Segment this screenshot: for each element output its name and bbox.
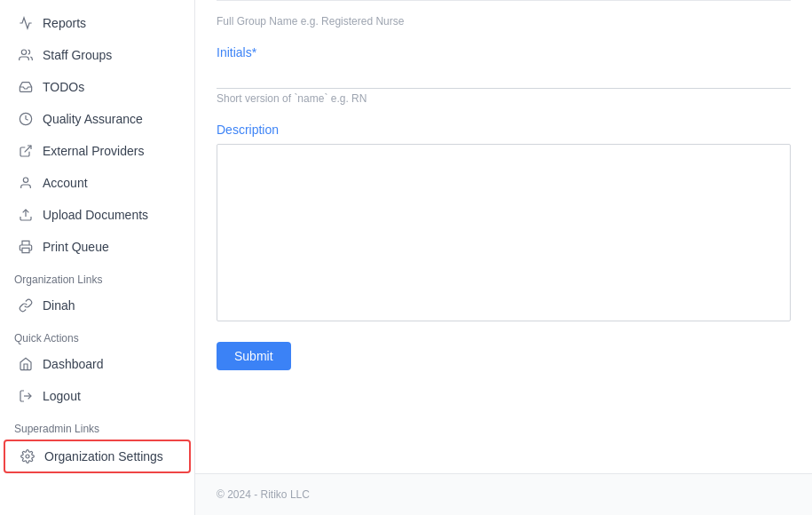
sidebar-item-staff-groups[interactable]: Staff Groups [4,40,191,70]
link2-icon [18,297,34,313]
svg-point-3 [23,178,28,182]
form-area: Full Group Name e.g. Registered Nurse In… [195,0,812,473]
initials-label: Initials* [217,45,791,59]
description-group: Description [217,123,791,324]
svg-rect-5 [22,248,29,252]
sidebar-item-account-label: Account [43,176,88,190]
person-icon [18,175,34,191]
sidebar-item-account[interactable]: Account [4,168,191,198]
sidebar-item-reports[interactable]: Reports [4,8,191,38]
inbox-icon [18,79,34,95]
sidebar-item-external-providers[interactable]: External Providers [4,136,191,166]
sidebar-item-todos-label: TODOs [43,80,84,94]
submit-button[interactable]: Submit [217,342,291,370]
superadmin-section-label: Superadmin Links [0,412,194,439]
svg-point-7 [26,455,29,458]
sidebar-item-quality-assurance-label: Quality Assurance [43,112,143,126]
sidebar-item-print-queue-label: Print Queue [43,240,109,254]
sidebar-item-upload-documents-label: Upload Documents [43,208,148,222]
chart-icon [18,15,34,31]
initials-hint: Short version of `name` e.g. RN [217,92,791,105]
sidebar-item-org-settings-label: Organization Settings [44,449,163,464]
footer-text: © 2024 - Ritiko LLC [217,488,310,501]
sidebar-item-org-settings[interactable]: Organization Settings [4,440,191,473]
sidebar-item-logout-label: Logout [43,389,81,403]
description-textarea[interactable] [217,144,791,321]
footer: © 2024 - Ritiko LLC [195,473,812,515]
main-content: Full Group Name e.g. Registered Nurse In… [195,0,812,515]
sidebar-item-print-queue[interactable]: Print Queue [4,232,191,262]
description-label: Description [217,123,791,137]
full-group-name-hint: Full Group Name e.g. Registered Nurse [217,15,791,28]
sidebar-item-staff-groups-label: Staff Groups [43,48,112,62]
sidebar: Reports Staff Groups TODOs Quality Assur… [0,0,195,515]
sidebar-item-reports-label: Reports [43,16,86,30]
sidebar-item-logout[interactable]: Logout [4,381,191,411]
svg-point-0 [21,50,26,54]
sidebar-item-external-providers-label: External Providers [43,144,144,158]
upload-icon [18,207,34,223]
sidebar-item-todos[interactable]: TODOs [4,72,191,102]
external-link-icon [18,143,34,159]
sidebar-item-dinah[interactable]: Dinah [4,290,191,321]
quick-actions-section-label: Quick Actions [0,321,194,348]
gear-icon [20,448,35,464]
sidebar-item-upload-documents[interactable]: Upload Documents [4,200,191,230]
logout-icon [18,388,34,404]
home-icon [18,356,34,372]
full-group-name-group: Full Group Name e.g. Registered Nurse [217,15,791,28]
users-icon [18,47,34,63]
sidebar-item-quality-assurance[interactable]: Quality Assurance [4,104,191,134]
svg-line-2 [25,146,31,152]
initials-input[interactable] [217,63,791,89]
sidebar-item-dashboard[interactable]: Dashboard [4,349,191,379]
org-links-section-label: Organization Links [0,263,194,289]
initials-group: Initials* Short version of `name` e.g. R… [217,45,791,105]
top-divider [217,0,791,1]
printer-icon [18,239,34,255]
sidebar-item-dashboard-label: Dashboard [43,357,104,371]
sidebar-item-dinah-label: Dinah [43,298,75,313]
clock-icon [18,111,34,127]
